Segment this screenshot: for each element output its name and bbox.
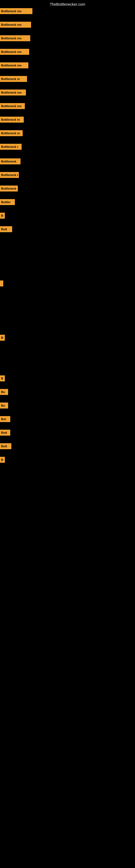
bottleneck-bar: Bott (0, 226, 12, 232)
site-title: TheBottlenecker.com (50, 2, 85, 6)
bottleneck-bar: Bottleneck res (0, 62, 28, 68)
bottleneck-bar: Bottleneck res (0, 8, 32, 14)
bottleneck-bar: Bottleneck res (0, 49, 29, 55)
bottleneck-bar: B (0, 213, 5, 219)
bottleneck-bar: Bottleneck (0, 186, 18, 191)
bottleneck-bar: Bott (0, 443, 11, 449)
bottleneck-bar: Bottleneck (0, 158, 20, 164)
bottleneck-bar (0, 280, 3, 286)
bottleneck-bar: Bottleneck r (0, 172, 19, 178)
bottleneck-bar: B (0, 375, 5, 381)
bottleneck-bar: Bottleneck res (0, 22, 31, 28)
bottleneck-bar: Bottleneck res (0, 35, 30, 41)
bottleneck-bar: Bottleneck res (0, 103, 25, 109)
bottleneck-bar: Bo (0, 403, 8, 408)
bottleneck-bar: Bottleneck re (0, 130, 23, 136)
bottleneck-bar: Bottler (0, 199, 15, 205)
bottleneck-bar: Bottleneck re (0, 117, 24, 123)
bottleneck-bar: B (0, 335, 5, 341)
bottleneck-bar: Bottleneck r (0, 144, 21, 150)
bottleneck-bar: Bottleneck res (0, 90, 26, 95)
bottleneck-bar: Bott (0, 430, 10, 436)
bottleneck-bar: Bot (0, 416, 10, 422)
bottleneck-bar: B (0, 457, 5, 463)
bottleneck-bar: Bo (0, 389, 8, 395)
bottleneck-bar: Bottleneck re (0, 76, 27, 82)
